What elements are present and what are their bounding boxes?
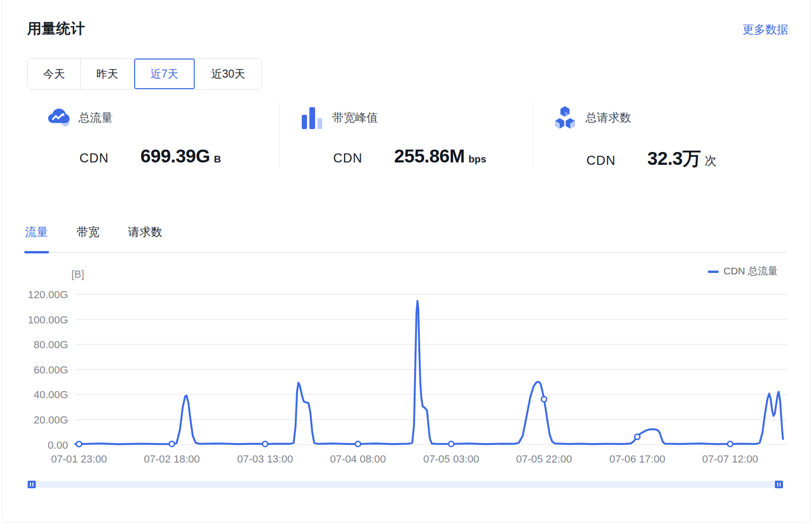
- tab-today[interactable]: 今天: [28, 59, 81, 89]
- requests-cubes-icon: [555, 105, 585, 130]
- x-axis-tick: 07-04 08:00: [313, 453, 403, 465]
- legend-item-cdn-traffic[interactable]: CDN 总流量: [708, 264, 778, 278]
- y-axis-tick: 100.00G: [19, 314, 68, 326]
- y-axis-tick: 80.00G: [19, 339, 68, 351]
- legend-line-swatch: [708, 271, 719, 273]
- stat-value: 255.86M: [394, 146, 465, 167]
- stat-unit: B: [214, 153, 221, 165]
- datazoom-handle-left[interactable]: [28, 481, 36, 488]
- y-axis-tick: 60.00G: [19, 364, 68, 376]
- x-axis-tick: 07-06 17:00: [592, 453, 683, 465]
- x-axis-tick: 07-05 22:00: [499, 453, 589, 465]
- more-data-link[interactable]: 更多数据: [743, 22, 788, 37]
- datazoom-slider-track[interactable]: [28, 481, 783, 488]
- cloud-traffic-icon: [48, 108, 79, 127]
- y-axis-tick: 0.00: [19, 439, 68, 452]
- y-axis-tick: 120.00G: [19, 289, 68, 301]
- chart-metric-tabs: 流量 带宽 请求数: [25, 224, 162, 240]
- stat-product: CDN: [333, 151, 394, 166]
- tabs-divider: [23, 252, 787, 253]
- stat-total-requests: 总请求数 CDN 32.3万 次: [555, 105, 716, 171]
- stat-value: 32.3万: [647, 146, 701, 171]
- x-axis-tick: 07-03 13:00: [220, 453, 310, 465]
- stat-unit: bps: [468, 153, 486, 165]
- y-axis-tick: 20.00G: [19, 414, 68, 426]
- stat-divider: [533, 102, 534, 169]
- x-axis-tick: 07-07 12:00: [685, 453, 775, 465]
- x-axis-tick: 07-05 03:00: [406, 453, 496, 465]
- time-range-tabs: 今天 昨天 近7天 近30天: [27, 58, 262, 90]
- stat-product: CDN: [586, 153, 647, 168]
- tab-last-7-days[interactable]: 近7天: [134, 59, 195, 89]
- page-title: 用量统计: [27, 19, 85, 39]
- stat-peak-bandwidth: 带宽峰值 CDN 255.86M bps: [301, 105, 486, 167]
- y-axis-unit-label: [B]: [71, 268, 84, 281]
- stat-value: 699.39G: [140, 146, 210, 167]
- stat-label: 带宽峰值: [332, 110, 378, 125]
- datazoom-handle-right[interactable]: [775, 481, 783, 488]
- x-axis-tick: 07-01 23:00: [34, 453, 124, 465]
- tab-traffic[interactable]: 流量: [25, 224, 48, 240]
- y-axis-tick: 40.00G: [19, 389, 68, 401]
- tab-bandwidth[interactable]: 带宽: [77, 224, 99, 240]
- tab-requests[interactable]: 请求数: [128, 224, 162, 240]
- legend-label: CDN 总流量: [723, 264, 778, 278]
- stat-divider: [279, 102, 279, 169]
- active-tab-underline: [24, 251, 49, 253]
- stat-label: 总流量: [79, 110, 113, 125]
- tab-yesterday[interactable]: 昨天: [81, 59, 134, 89]
- stat-label: 总请求数: [585, 110, 631, 125]
- stat-total-traffic: 总流量 CDN 699.39G B: [48, 105, 221, 167]
- stat-unit: 次: [704, 153, 716, 169]
- tab-last-30-days[interactable]: 近30天: [195, 59, 261, 89]
- stat-product: CDN: [79, 151, 140, 166]
- bandwidth-bars-icon: [301, 106, 332, 130]
- x-axis-tick: 07-02 18:00: [127, 453, 217, 465]
